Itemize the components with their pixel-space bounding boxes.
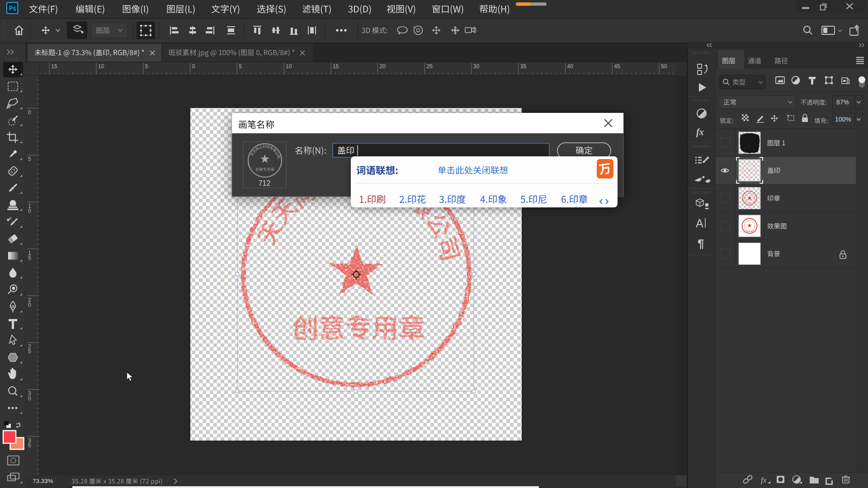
- svg-text:30: 30: [473, 63, 480, 70]
- svg-text:5: 5: [28, 348, 31, 355]
- svg-text:0: 0: [28, 302, 31, 308]
- svg-text:35: 35: [520, 63, 527, 70]
- svg-text:25: 25: [426, 63, 433, 70]
- svg-text:5: 5: [28, 156, 31, 162]
- svg-text:0: 0: [28, 395, 31, 402]
- svg-text:fx: fx: [696, 127, 704, 137]
- svg-text:10: 10: [98, 63, 104, 70]
- svg-text:5: 5: [239, 63, 242, 70]
- svg-text:0: 0: [192, 63, 195, 70]
- svg-text:40: 40: [567, 63, 574, 70]
- svg-text:50: 50: [661, 63, 667, 70]
- svg-text:0: 0: [28, 208, 31, 214]
- svg-text:5: 5: [28, 442, 31, 449]
- svg-text:45: 45: [614, 63, 620, 70]
- svg-text:712: 712: [259, 179, 271, 187]
- svg-text:87%: 87%: [836, 99, 849, 106]
- svg-text:15: 15: [333, 63, 339, 70]
- svg-text:10: 10: [286, 63, 292, 70]
- svg-text:fx: fx: [761, 476, 767, 484]
- svg-text:15: 15: [51, 63, 57, 70]
- svg-text:A: A: [696, 217, 703, 230]
- svg-text:5: 5: [145, 63, 148, 70]
- svg-text:100%: 100%: [835, 116, 851, 123]
- svg-text:0: 0: [28, 109, 31, 116]
- svg-text:¶: ¶: [698, 237, 704, 250]
- svg-text:20: 20: [380, 63, 386, 70]
- svg-text:5: 5: [28, 255, 31, 261]
- svg-text:73.33%: 73.33%: [33, 478, 53, 484]
